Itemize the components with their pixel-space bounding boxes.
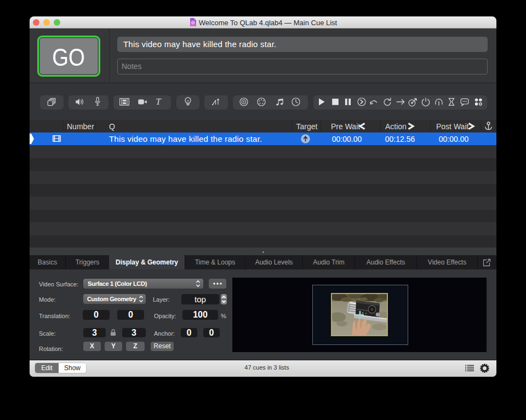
svg-text:T: T xyxy=(156,96,162,107)
